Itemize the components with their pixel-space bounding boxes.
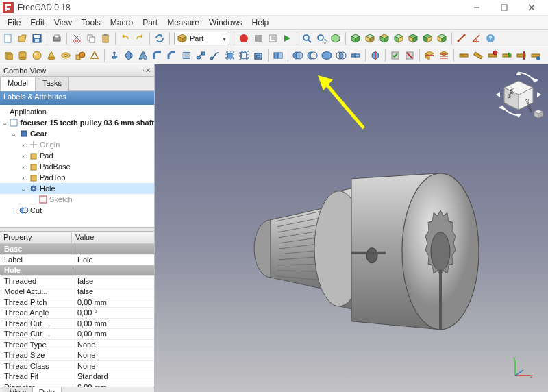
tree-padtop[interactable]: PadTop [40,173,65,182]
part-crosssections-icon[interactable] [437,49,451,62]
macro-list-icon[interactable] [266,32,279,45]
prop-threadfit-value[interactable]: Standard [73,371,154,382]
tree-hole[interactable]: Hole [40,184,55,193]
part-mirror-icon[interactable] [136,49,150,62]
view-iso-icon[interactable] [349,32,362,45]
save-icon[interactable] [30,32,44,45]
view-front-icon[interactable] [363,32,377,45]
part-chamfer-icon[interactable] [165,49,179,62]
prop-tab-data[interactable]: Data [32,387,62,392]
menu-help[interactable]: Help [247,16,274,29]
navigation-cube[interactable]: Right Bottom [493,69,544,119]
macro-record-icon[interactable] [237,32,251,45]
menu-view[interactable]: View [49,16,77,29]
tree-origin[interactable]: Origin [40,140,60,149]
measure-angular-icon[interactable] [469,32,483,45]
draw-style-icon[interactable] [329,32,342,45]
part-joinconnect-icon[interactable] [349,49,362,62]
close-button[interactable] [518,0,545,15]
part-offset2d-icon[interactable] [237,49,251,62]
menu-windows[interactable]: Windows [204,16,247,29]
menu-edit[interactable]: Edit [25,16,49,29]
print-icon[interactable] [50,32,64,45]
measure-6-icon[interactable] [529,49,543,62]
macro-stop-icon[interactable] [251,32,265,45]
prop-threadcut1-value[interactable]: 0,00 mm [73,319,154,329]
part-revolve-icon[interactable] [122,49,136,62]
tree-cut[interactable]: Cut [30,206,42,215]
combo-float-icon[interactable]: ▫ [141,66,144,74]
part-fuse-icon[interactable] [320,49,334,62]
part-sweep-icon[interactable] [208,49,222,62]
part-offset3d-icon[interactable] [223,49,236,62]
view-right-icon[interactable] [392,32,406,45]
measure-5-icon[interactable] [514,49,528,62]
measure-3-icon[interactable] [486,49,499,62]
undo-icon[interactable] [119,32,132,45]
combo-close-icon[interactable]: ✕ [145,66,151,74]
part-splitter-icon[interactable] [369,49,382,62]
prop-threadtype-value[interactable]: None [73,340,154,350]
prop-label-value[interactable]: Hole [73,255,154,265]
new-doc-icon[interactable] [1,32,15,45]
tab-model[interactable]: Model [0,77,36,92]
part-box-icon[interactable] [1,49,15,62]
part-fillet-icon[interactable] [151,49,164,62]
prop-threadangle-value[interactable]: 0,00 ° [73,308,154,318]
part-cut-icon[interactable] [306,49,319,62]
part-section-icon[interactable] [423,49,436,62]
tree-body-gear[interactable]: Gear [30,130,47,138]
prop-threadcut2-value[interactable]: 0,00 mm [73,329,154,339]
part-torus-icon[interactable] [59,49,73,62]
prop-modelactual-value[interactable]: false [73,286,154,297]
menu-measure[interactable]: Measure [162,16,204,29]
macro-run-icon[interactable] [280,32,294,45]
copy-icon[interactable] [84,32,98,45]
whatsthis-icon[interactable]: ? [484,32,497,45]
part-common-icon[interactable] [334,49,348,62]
part-extrude-icon[interactable] [108,49,121,62]
view-rear-icon[interactable] [406,32,420,45]
tab-tasks[interactable]: Tasks [35,77,69,92]
tree-pad[interactable]: Pad [40,151,53,160]
refresh-icon[interactable] [153,32,166,45]
part-primitives-icon[interactable] [73,49,87,62]
part-builder-icon[interactable] [88,49,101,62]
measure-1-icon[interactable] [457,49,471,62]
part-compound-icon[interactable] [271,49,285,62]
part-boolean-icon[interactable] [291,49,305,62]
prop-tab-view[interactable]: View [3,387,33,392]
zoom-fit-icon[interactable] [300,32,314,45]
pulley-model[interactable] [208,131,495,350]
minimize-button[interactable] [463,0,490,15]
tree-document[interactable]: focuser 15 teeth pulley 03 6 mm shaft [20,119,154,127]
part-ruled-icon[interactable] [179,49,193,62]
view-left-icon[interactable] [435,32,449,45]
menu-tools[interactable]: Tools [77,16,105,29]
cut-icon[interactable] [70,32,84,45]
measure-2-icon[interactable] [471,49,485,62]
3d-viewport[interactable]: Right Bottom y z [155,64,548,392]
prop-threadpitch-value[interactable]: 0,00 mm [73,297,154,308]
menu-macro[interactable]: Macro [105,16,138,29]
prop-threadsize-value[interactable]: None [73,350,154,360]
measure-linear-icon[interactable] [455,32,469,45]
part-cone-icon[interactable] [45,49,58,62]
tree-padbase[interactable]: PadBase [40,162,71,171]
model-tree[interactable]: Application ⌄focuser 15 teeth pulley 03 … [0,105,154,228]
open-icon[interactable] [16,32,29,45]
part-cylinder-icon[interactable] [16,49,29,62]
part-defeaturing-icon[interactable] [403,49,416,62]
prop-threadclass-value[interactable]: None [73,361,154,371]
zoom-selection-icon[interactable] [314,32,328,45]
view-bottom-icon[interactable] [421,32,434,45]
tree-sketch[interactable]: Sketch [49,195,73,204]
menu-file[interactable]: File [3,16,25,29]
paste-icon[interactable] [99,32,112,45]
redo-icon[interactable] [133,32,147,45]
part-sphere-icon[interactable] [30,49,44,62]
part-loft-icon[interactable] [194,49,208,62]
view-top-icon[interactable] [377,32,391,45]
maximize-button[interactable] [490,0,518,15]
part-thickness-icon[interactable] [251,49,265,62]
